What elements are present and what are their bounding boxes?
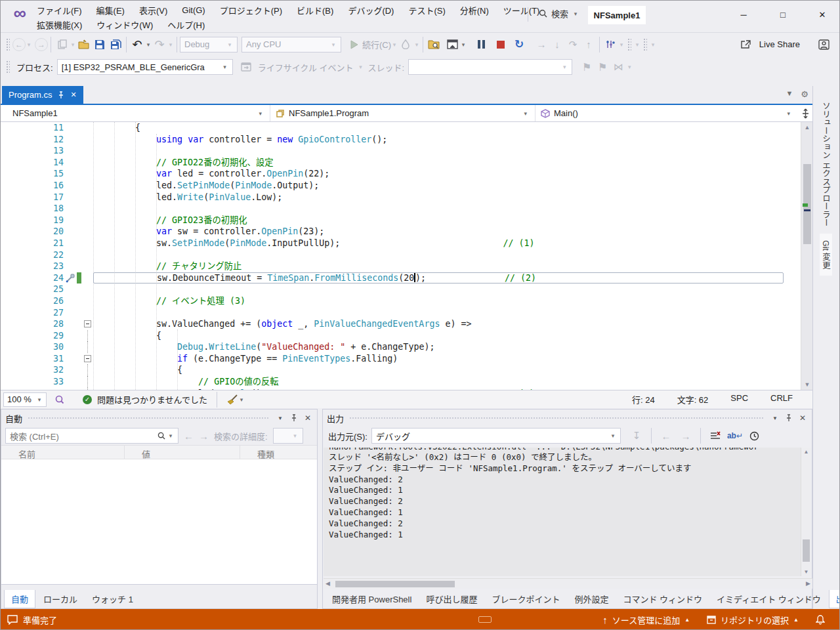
lifecycle-dropdown-icon[interactable]: ▾ <box>358 64 364 70</box>
search-prev-icon[interactable]: ← <box>184 430 194 442</box>
save-all-icon[interactable] <box>108 37 123 52</box>
output-vertical-scrollbar[interactable]: ▲ ▼ <box>801 448 811 576</box>
pin-icon[interactable] <box>291 414 297 422</box>
output-tab[interactable]: ブレークポイント <box>485 590 566 608</box>
folding-margin[interactable] <box>81 295 93 307</box>
close-icon[interactable]: ✕ <box>303 413 313 423</box>
glyph-margin[interactable] <box>64 122 77 134</box>
folding-margin[interactable] <box>81 388 93 390</box>
output-tab[interactable]: イミディエイト ウィンドウ <box>710 590 828 608</box>
code-line[interactable]: 30 Debug.WriteLine("ValueChanged: " + e.… <box>1 341 801 353</box>
search-depth-combo[interactable]: ▾ <box>273 428 303 444</box>
glyph-margin[interactable] <box>64 341 77 353</box>
live-share-icon[interactable] <box>738 37 754 52</box>
editor-options-gear-icon[interactable]: ⚙ <box>801 89 808 99</box>
folding-margin[interactable] <box>81 341 93 353</box>
menu-item[interactable]: 拡張機能(X) <box>31 17 88 32</box>
output-tab[interactable]: 例外設定 <box>568 590 615 608</box>
folding-margin[interactable] <box>81 203 93 215</box>
folding-margin[interactable] <box>81 122 93 134</box>
menu-item[interactable]: Git(G) <box>176 4 211 16</box>
glyph-margin[interactable] <box>64 215 77 226</box>
continue-label[interactable]: 続行(C) <box>362 38 391 51</box>
sidebar-tab-solution-explorer[interactable]: ソリューション エクスプローラー <box>820 95 832 234</box>
code-editor[interactable]: 11 {12 using var controller = new GpioCo… <box>1 122 801 390</box>
column-value[interactable]: 値 <box>125 446 240 459</box>
step-over-icon[interactable]: ↷ <box>565 37 581 52</box>
browser-link-icon[interactable] <box>444 37 460 52</box>
toolbar-overflow-icon-1[interactable]: ▾ <box>634 41 640 48</box>
code-line[interactable]: 11 { <box>1 122 801 134</box>
scroll-right-icon[interactable]: ▶ <box>806 580 810 587</box>
stop-debugging-icon[interactable] <box>493 37 509 52</box>
menu-item[interactable]: 分析(N) <box>454 3 495 18</box>
glyph-margin[interactable] <box>64 307 77 319</box>
code-cleanup-dropdown-icon[interactable]: ▾ <box>238 396 245 403</box>
window-position-icon[interactable]: ▼ <box>275 415 285 421</box>
code-line[interactable]: 16 led.SetPinMode(PinMode.Output); <box>1 180 801 192</box>
quick-search[interactable]: 検索 ▾ <box>539 7 579 20</box>
folding-margin[interactable] <box>81 180 93 192</box>
new-item-icon[interactable] <box>54 37 70 52</box>
folding-margin[interactable] <box>81 284 93 295</box>
navigate-back-dropdown-icon[interactable]: ▾ <box>26 41 32 48</box>
glyph-margin[interactable] <box>64 330 77 342</box>
step-down-icon[interactable]: ↓ <box>549 37 565 52</box>
scroll-down-icon[interactable]: ▼ <box>801 569 811 575</box>
glyph-margin[interactable] <box>64 388 77 390</box>
select-repository-button[interactable]: リポジトリの選択 ▲ <box>707 614 799 626</box>
output-panel-header[interactable]: 出力 ▼ ✕ <box>323 410 812 427</box>
autos-tab[interactable]: 自動 <box>4 590 35 608</box>
menu-item[interactable]: デバッグ(D) <box>342 3 400 18</box>
code-line[interactable]: 23 // チャタリング防止 <box>1 261 801 272</box>
folding-margin[interactable] <box>81 226 93 238</box>
code-line[interactable]: 13 <box>1 145 801 157</box>
folding-margin[interactable] <box>81 364 93 376</box>
nav-type-dropdown-icon[interactable]: ▾ <box>524 110 530 117</box>
browser-link-dropdown-icon[interactable]: ▾ <box>460 41 467 48</box>
restart-icon[interactable]: ↻ <box>511 37 527 52</box>
pin-icon[interactable] <box>786 414 792 422</box>
close-icon[interactable]: ✕ <box>797 413 808 423</box>
glyph-margin[interactable] <box>64 157 77 169</box>
nav-type-dropdown[interactable]: NFSample1.Program ▾ <box>270 105 536 121</box>
glyph-margin[interactable] <box>64 295 77 307</box>
glyph-margin[interactable] <box>64 364 77 376</box>
output-tab[interactable]: コマンド ウィンドウ <box>616 590 709 608</box>
health-indicator-icon[interactable] <box>54 394 64 404</box>
document-list-dropdown-icon[interactable]: ▼ <box>786 89 793 99</box>
column-name[interactable]: 名前 <box>1 446 125 459</box>
clear-all-icon[interactable] <box>707 428 723 444</box>
word-wrap-icon[interactable]: ab↵ <box>727 428 743 444</box>
sidebar-tab-git-changes[interactable]: Git 変更 <box>820 234 832 276</box>
continue-dropdown-icon[interactable]: ▾ <box>391 41 398 48</box>
navigate-forward-icon[interactable]: → <box>35 38 48 51</box>
glyph-margin[interactable] <box>64 353 77 365</box>
close-button[interactable]: ✕ <box>811 5 833 24</box>
folding-margin[interactable] <box>81 238 93 249</box>
feedback-icon[interactable] <box>7 615 18 625</box>
thread-combo[interactable]: ▾ <box>408 59 572 75</box>
toolbar-overflow-icon-2[interactable]: ▾ <box>650 41 656 48</box>
debugbar-grip[interactable] <box>6 60 10 74</box>
code-line[interactable]: 27 <box>1 307 801 319</box>
status-eol[interactable]: CRLF <box>770 393 793 406</box>
autos-search-input[interactable]: 検索 (Ctrl+E) ▾ <box>5 428 178 444</box>
autos-body[interactable] <box>1 459 317 585</box>
tab-close-icon[interactable]: ✕ <box>70 91 76 99</box>
folding-margin[interactable] <box>81 215 93 226</box>
status-column[interactable]: 文字: 62 <box>677 393 709 406</box>
code-line[interactable]: 17 led.Write(PinValue.Low); <box>1 192 801 203</box>
folding-margin[interactable] <box>81 134 93 146</box>
glyph-margin[interactable] <box>64 134 77 146</box>
folding-margin[interactable] <box>81 192 93 203</box>
output-tab[interactable]: 出力 <box>829 590 840 608</box>
code-line[interactable]: 25 <box>1 284 801 295</box>
user-account-icon[interactable] <box>816 37 831 52</box>
menu-item[interactable]: ウィンドウ(W) <box>91 17 159 32</box>
glyph-margin[interactable] <box>64 318 77 330</box>
toolbar-grip[interactable] <box>6 38 10 51</box>
code-line[interactable]: 29 { <box>1 330 801 342</box>
lifecycle-events-label[interactable]: ライフサイクル イベント <box>258 61 354 74</box>
process-combo[interactable]: [1] ESP32_PSRAM_BLE_GenericGra▾ <box>57 59 233 75</box>
